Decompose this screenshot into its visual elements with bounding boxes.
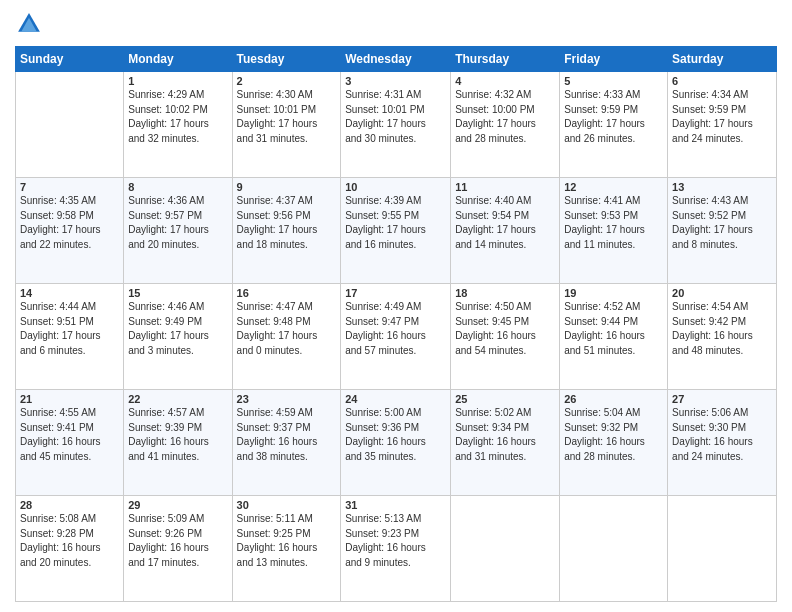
day-of-week-header: Thursday xyxy=(451,47,560,72)
day-number: 13 xyxy=(672,181,772,193)
day-of-week-header: Tuesday xyxy=(232,47,341,72)
calendar-cell: 7Sunrise: 4:35 AM Sunset: 9:58 PM Daylig… xyxy=(16,178,124,284)
day-number: 1 xyxy=(128,75,227,87)
calendar-cell: 12Sunrise: 4:41 AM Sunset: 9:53 PM Dayli… xyxy=(560,178,668,284)
day-info: Sunrise: 4:29 AM Sunset: 10:02 PM Daylig… xyxy=(128,88,227,146)
day-info: Sunrise: 5:06 AM Sunset: 9:30 PM Dayligh… xyxy=(672,406,772,464)
calendar-cell: 14Sunrise: 4:44 AM Sunset: 9:51 PM Dayli… xyxy=(16,284,124,390)
calendar-cell: 13Sunrise: 4:43 AM Sunset: 9:52 PM Dayli… xyxy=(668,178,777,284)
day-info: Sunrise: 4:44 AM Sunset: 9:51 PM Dayligh… xyxy=(20,300,119,358)
calendar-cell: 16Sunrise: 4:47 AM Sunset: 9:48 PM Dayli… xyxy=(232,284,341,390)
day-number: 20 xyxy=(672,287,772,299)
day-info: Sunrise: 5:02 AM Sunset: 9:34 PM Dayligh… xyxy=(455,406,555,464)
day-info: Sunrise: 4:55 AM Sunset: 9:41 PM Dayligh… xyxy=(20,406,119,464)
day-info: Sunrise: 4:59 AM Sunset: 9:37 PM Dayligh… xyxy=(237,406,337,464)
logo xyxy=(15,10,47,38)
day-number: 23 xyxy=(237,393,337,405)
calendar-cell: 3Sunrise: 4:31 AM Sunset: 10:01 PM Dayli… xyxy=(341,72,451,178)
day-number: 21 xyxy=(20,393,119,405)
calendar-cell: 5Sunrise: 4:33 AM Sunset: 9:59 PM Daylig… xyxy=(560,72,668,178)
day-number: 8 xyxy=(128,181,227,193)
calendar-table: SundayMondayTuesdayWednesdayThursdayFrid… xyxy=(15,46,777,602)
page-header xyxy=(15,10,777,38)
day-info: Sunrise: 4:39 AM Sunset: 9:55 PM Dayligh… xyxy=(345,194,446,252)
day-number: 18 xyxy=(455,287,555,299)
calendar-cell: 10Sunrise: 4:39 AM Sunset: 9:55 PM Dayli… xyxy=(341,178,451,284)
calendar-cell: 2Sunrise: 4:30 AM Sunset: 10:01 PM Dayli… xyxy=(232,72,341,178)
day-number: 22 xyxy=(128,393,227,405)
day-info: Sunrise: 4:32 AM Sunset: 10:00 PM Daylig… xyxy=(455,88,555,146)
logo-icon xyxy=(15,10,43,38)
calendar-week-row: 14Sunrise: 4:44 AM Sunset: 9:51 PM Dayli… xyxy=(16,284,777,390)
calendar-cell xyxy=(668,496,777,602)
calendar-cell: 11Sunrise: 4:40 AM Sunset: 9:54 PM Dayli… xyxy=(451,178,560,284)
day-info: Sunrise: 4:50 AM Sunset: 9:45 PM Dayligh… xyxy=(455,300,555,358)
calendar-cell: 22Sunrise: 4:57 AM Sunset: 9:39 PM Dayli… xyxy=(124,390,232,496)
day-number: 4 xyxy=(455,75,555,87)
day-info: Sunrise: 5:11 AM Sunset: 9:25 PM Dayligh… xyxy=(237,512,337,570)
day-info: Sunrise: 4:52 AM Sunset: 9:44 PM Dayligh… xyxy=(564,300,663,358)
day-number: 27 xyxy=(672,393,772,405)
calendar-cell: 28Sunrise: 5:08 AM Sunset: 9:28 PM Dayli… xyxy=(16,496,124,602)
day-of-week-header: Sunday xyxy=(16,47,124,72)
calendar-cell xyxy=(451,496,560,602)
day-number: 5 xyxy=(564,75,663,87)
day-info: Sunrise: 4:47 AM Sunset: 9:48 PM Dayligh… xyxy=(237,300,337,358)
day-number: 9 xyxy=(237,181,337,193)
day-number: 25 xyxy=(455,393,555,405)
calendar-cell: 6Sunrise: 4:34 AM Sunset: 9:59 PM Daylig… xyxy=(668,72,777,178)
calendar-cell: 21Sunrise: 4:55 AM Sunset: 9:41 PM Dayli… xyxy=(16,390,124,496)
day-number: 2 xyxy=(237,75,337,87)
calendar-week-row: 1Sunrise: 4:29 AM Sunset: 10:02 PM Dayli… xyxy=(16,72,777,178)
day-number: 6 xyxy=(672,75,772,87)
day-info: Sunrise: 5:04 AM Sunset: 9:32 PM Dayligh… xyxy=(564,406,663,464)
day-of-week-header: Friday xyxy=(560,47,668,72)
calendar-week-row: 21Sunrise: 4:55 AM Sunset: 9:41 PM Dayli… xyxy=(16,390,777,496)
calendar-cell: 1Sunrise: 4:29 AM Sunset: 10:02 PM Dayli… xyxy=(124,72,232,178)
day-info: Sunrise: 4:36 AM Sunset: 9:57 PM Dayligh… xyxy=(128,194,227,252)
calendar-cell: 20Sunrise: 4:54 AM Sunset: 9:42 PM Dayli… xyxy=(668,284,777,390)
calendar-cell: 15Sunrise: 4:46 AM Sunset: 9:49 PM Dayli… xyxy=(124,284,232,390)
day-number: 26 xyxy=(564,393,663,405)
day-number: 15 xyxy=(128,287,227,299)
day-info: Sunrise: 4:30 AM Sunset: 10:01 PM Daylig… xyxy=(237,88,337,146)
day-number: 28 xyxy=(20,499,119,511)
day-number: 16 xyxy=(237,287,337,299)
day-number: 11 xyxy=(455,181,555,193)
day-info: Sunrise: 4:46 AM Sunset: 9:49 PM Dayligh… xyxy=(128,300,227,358)
day-info: Sunrise: 4:57 AM Sunset: 9:39 PM Dayligh… xyxy=(128,406,227,464)
calendar-cell: 30Sunrise: 5:11 AM Sunset: 9:25 PM Dayli… xyxy=(232,496,341,602)
calendar-cell: 18Sunrise: 4:50 AM Sunset: 9:45 PM Dayli… xyxy=(451,284,560,390)
calendar-week-row: 7Sunrise: 4:35 AM Sunset: 9:58 PM Daylig… xyxy=(16,178,777,284)
day-number: 30 xyxy=(237,499,337,511)
day-of-week-header: Wednesday xyxy=(341,47,451,72)
day-info: Sunrise: 4:40 AM Sunset: 9:54 PM Dayligh… xyxy=(455,194,555,252)
day-info: Sunrise: 5:09 AM Sunset: 9:26 PM Dayligh… xyxy=(128,512,227,570)
calendar-cell: 23Sunrise: 4:59 AM Sunset: 9:37 PM Dayli… xyxy=(232,390,341,496)
day-number: 19 xyxy=(564,287,663,299)
day-number: 29 xyxy=(128,499,227,511)
calendar-cell xyxy=(16,72,124,178)
day-info: Sunrise: 4:31 AM Sunset: 10:01 PM Daylig… xyxy=(345,88,446,146)
calendar-cell: 29Sunrise: 5:09 AM Sunset: 9:26 PM Dayli… xyxy=(124,496,232,602)
calendar-cell xyxy=(560,496,668,602)
day-number: 12 xyxy=(564,181,663,193)
day-info: Sunrise: 4:37 AM Sunset: 9:56 PM Dayligh… xyxy=(237,194,337,252)
day-of-week-header: Saturday xyxy=(668,47,777,72)
day-info: Sunrise: 5:00 AM Sunset: 9:36 PM Dayligh… xyxy=(345,406,446,464)
day-info: Sunrise: 4:43 AM Sunset: 9:52 PM Dayligh… xyxy=(672,194,772,252)
day-number: 31 xyxy=(345,499,446,511)
day-number: 14 xyxy=(20,287,119,299)
calendar-cell: 19Sunrise: 4:52 AM Sunset: 9:44 PM Dayli… xyxy=(560,284,668,390)
calendar-cell: 8Sunrise: 4:36 AM Sunset: 9:57 PM Daylig… xyxy=(124,178,232,284)
calendar-cell: 17Sunrise: 4:49 AM Sunset: 9:47 PM Dayli… xyxy=(341,284,451,390)
day-info: Sunrise: 5:13 AM Sunset: 9:23 PM Dayligh… xyxy=(345,512,446,570)
day-number: 10 xyxy=(345,181,446,193)
day-info: Sunrise: 4:33 AM Sunset: 9:59 PM Dayligh… xyxy=(564,88,663,146)
calendar-cell: 25Sunrise: 5:02 AM Sunset: 9:34 PM Dayli… xyxy=(451,390,560,496)
day-number: 17 xyxy=(345,287,446,299)
calendar-cell: 27Sunrise: 5:06 AM Sunset: 9:30 PM Dayli… xyxy=(668,390,777,496)
calendar-header-row: SundayMondayTuesdayWednesdayThursdayFrid… xyxy=(16,47,777,72)
day-number: 24 xyxy=(345,393,446,405)
calendar-week-row: 28Sunrise: 5:08 AM Sunset: 9:28 PM Dayli… xyxy=(16,496,777,602)
